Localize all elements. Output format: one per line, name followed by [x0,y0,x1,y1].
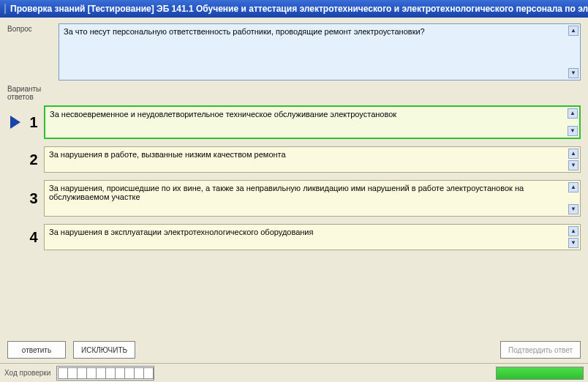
window-titlebar: Проверка знаний [Тестирование] ЭБ 141.1 … [0,0,588,18]
answers-label: Варианты ответов [7,85,59,101]
skip-button[interactable]: ИСКЛЮЧИТЬ [73,341,135,359]
progress-cell [77,367,87,379]
progress-boxes [56,366,154,381]
scroll-down-icon[interactable]: ▼ [568,68,578,78]
answer-number: 1 [23,114,44,131]
progress-cell [143,367,154,379]
scroll-up-icon[interactable]: ▲ [568,149,578,159]
progress-cell [58,367,68,379]
question-text: За что несут персональную ответственност… [64,27,425,36]
progress-cell [105,367,116,379]
answer-number: 3 [23,190,44,207]
scroll-down-icon[interactable]: ▼ [568,204,578,214]
timer-bar [496,367,584,380]
question-label: Вопрос [7,23,59,33]
answer-row: 1 За несвоевременное и неудовлетворитель… [7,105,581,139]
question-text-box: За что несут персональную ответственност… [59,23,581,80]
app-icon [4,4,6,14]
progress-cell [124,367,135,379]
progress-cell [96,367,106,379]
status-bar: Ход проверки [0,363,588,382]
client-area: Вопрос За что несут персональную ответст… [0,18,588,382]
answer-row: 2 За нарушения в работе, вызванные низки… [7,146,581,173]
current-answer-arrow-icon [10,116,20,129]
answer-number: 4 [23,229,44,246]
progress-cell [86,367,97,379]
answers-area: 1 За несвоевременное и неудовлетворитель… [7,105,581,250]
progress-label: Ход проверки [4,369,50,377]
answer-row: 4 За нарушения в эксплуатации электротех… [7,224,581,250]
progress-cell [67,367,78,379]
answer-text: За нарушения, происшедшие по их вине, а … [49,184,524,201]
answer-option-2[interactable]: За нарушения в работе, вызванные низким … [44,146,581,173]
scroll-up-icon[interactable]: ▲ [568,108,578,119]
accept-button[interactable]: ответить [7,341,66,359]
scroll-up-icon[interactable]: ▲ [568,182,578,192]
answer-number: 2 [23,151,44,168]
answer-option-1[interactable]: За несвоевременное и неудовлетворительно… [44,105,581,139]
answer-option-4[interactable]: За нарушения в эксплуатации электротехно… [44,224,581,250]
answer-text: За нарушения в работе, вызванные низким … [49,150,286,159]
answer-text: За несвоевременное и неудовлетворительно… [50,110,396,119]
progress-cell [115,367,125,379]
button-bar: ответить ИСКЛЮЧИТЬ Подтвердить ответ [7,341,581,359]
scroll-down-icon[interactable]: ▼ [568,238,578,248]
confirm-button[interactable]: Подтвердить ответ [500,341,581,359]
progress-cell [134,367,144,379]
answer-option-3[interactable]: За нарушения, происшедшие по их вине, а … [44,180,581,217]
scroll-up-icon[interactable]: ▲ [568,226,578,236]
window-title: Проверка знаний [Тестирование] ЭБ 141.1 … [10,4,588,14]
answer-text: За нарушения в эксплуатации электротехно… [49,228,313,236]
answer-row: 3 За нарушения, происшедшие по их вине, … [7,180,581,217]
scroll-down-icon[interactable]: ▼ [568,126,578,136]
scroll-up-icon[interactable]: ▲ [568,26,578,36]
scroll-down-icon[interactable]: ▼ [568,160,578,171]
